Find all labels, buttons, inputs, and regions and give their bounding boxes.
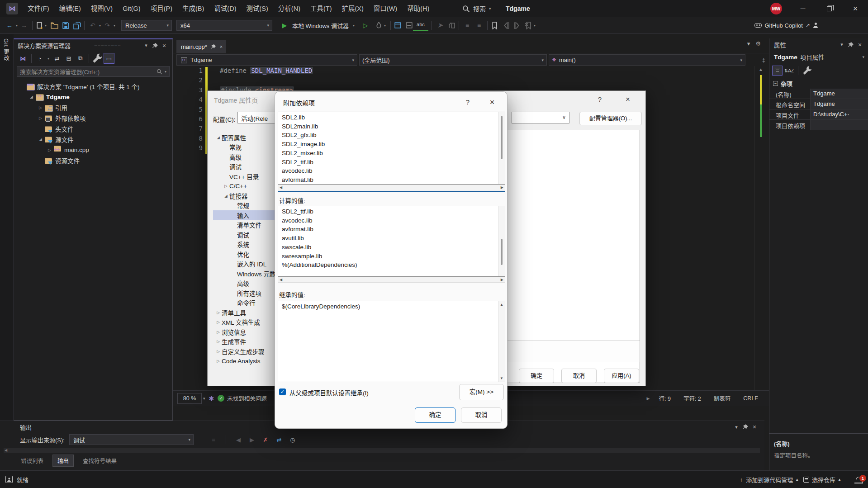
tree-expander-icon[interactable]: ▷ [37, 116, 44, 120]
dependency-line[interactable]: SDL2_mixer.lib [282, 149, 505, 158]
close-window-button[interactable] [845, 0, 865, 17]
next-bookmark-icon[interactable] [513, 22, 521, 29]
switch-views-icon[interactable]: ⋈ [18, 53, 28, 64]
inherit-from-defaults-checkbox[interactable] [279, 389, 286, 395]
pin-icon[interactable] [741, 424, 750, 430]
redo-caret[interactable] [112, 24, 117, 28]
copilot-share-icon[interactable] [806, 22, 810, 28]
properties-header[interactable]: 属性 [769, 38, 868, 51]
type-scope-combo[interactable]: (全局范围) [359, 54, 547, 66]
bottom-panel-tab[interactable]: 错误列表 [16, 455, 48, 466]
dependency-line[interactable]: SDL2_image.lib [282, 140, 505, 149]
menu-item[interactable]: 分析(N) [273, 0, 305, 17]
status-scroll-right-icon[interactable] [647, 396, 650, 401]
menu-item[interactable]: 生成(B) [177, 0, 209, 17]
document-health-icon[interactable]: ✱ [209, 395, 214, 402]
solution-tree-item[interactable]: ◢ Tdgame [14, 92, 172, 103]
close-dialog-button[interactable] [484, 95, 500, 109]
notifications-bell-icon[interactable]: 1 [856, 477, 863, 483]
diagnostics-window-icon[interactable] [405, 22, 413, 29]
tabs-indicator[interactable]: 制表符 [707, 394, 737, 403]
document-tab-main-cpp[interactable]: main.cpp* [176, 40, 226, 53]
code-line-1[interactable]: #define SDL_MAIN_HANDLED [220, 66, 313, 76]
new-project-caret[interactable] [43, 24, 48, 28]
undo-icon[interactable] [88, 20, 98, 31]
restore-button[interactable] [819, 0, 839, 17]
dependencies-edit-list[interactable]: SDL2.libSDL2main.libSDL2_gfx.libSDL2_ima… [278, 112, 505, 185]
clear-all-icon[interactable] [261, 436, 270, 443]
tree-expander-icon[interactable]: ▷ [46, 148, 53, 152]
window-position-caret-icon[interactable] [837, 42, 846, 47]
menu-item[interactable]: 帮助(H) [402, 0, 434, 17]
redo-icon[interactable] [102, 20, 112, 31]
select-tool-icon[interactable]: ➤ [435, 20, 445, 31]
dependency-line[interactable]: SDL2main.lib [282, 122, 505, 131]
selected-object-combo[interactable]: Tdgame 项目属性 [769, 51, 868, 63]
next-message-icon[interactable] [247, 436, 256, 443]
dependency-line[interactable]: SDL2_gfx.lib [282, 131, 505, 140]
bottom-panel-tab[interactable]: 查找符号结果 [78, 455, 121, 466]
source-control-caret-icon[interactable] [795, 478, 799, 482]
dependency-line[interactable]: SDL2_ttf.lib [282, 158, 505, 167]
tree-expander-icon[interactable]: ◢ [28, 95, 35, 99]
inherit-checkbox-label[interactable]: 从父级或项目默认设置继承(I) [289, 388, 369, 397]
scroll-left-icon[interactable] [5, 448, 7, 452]
minimize-button[interactable] [793, 0, 813, 17]
zoom-caret-icon[interactable] [203, 396, 205, 401]
pin-tab-icon[interactable] [211, 44, 216, 49]
solution-configuration-combo[interactable]: Release [121, 20, 172, 31]
clear-bookmarks-icon[interactable] [525, 22, 532, 29]
hot-reload-caret[interactable] [383, 24, 387, 28]
menu-item[interactable]: 项目(P) [146, 0, 177, 17]
health-message[interactable]: 未找到相关问题 [227, 394, 267, 403]
navigate-forward-icon[interactable] [19, 20, 29, 31]
apply-button[interactable]: 应用(A) [604, 369, 639, 383]
bookmark-icon[interactable] [491, 22, 498, 29]
increase-indent-icon[interactable] [474, 20, 484, 31]
close-panel-icon[interactable] [160, 42, 169, 49]
collapse-section-icon[interactable]: − [773, 81, 778, 86]
horizontal-scrollbar[interactable] [278, 185, 505, 190]
previous-message-icon[interactable] [234, 436, 243, 443]
ok-button[interactable]: 确定 [415, 407, 455, 423]
line-ending-indicator[interactable]: CRLF [737, 395, 764, 402]
menu-item[interactable]: 测试(S) [242, 0, 273, 17]
solution-explorer-header[interactable]: 解决方案资源管理器 [14, 39, 172, 52]
save-all-icon[interactable] [73, 22, 81, 29]
spell-check-icon[interactable]: abc [413, 20, 428, 31]
solution-explorer-search-input[interactable]: 搜索解决方案资源管理器(Ctrl+;) [17, 66, 170, 77]
toggle-word-wrap-icon[interactable] [275, 436, 284, 443]
solution-tree-item[interactable]: 解决方案 'Tdgame' (1 个项目, 共 1 个) [14, 81, 172, 92]
solution-tree-item[interactable]: 头文件 [14, 123, 172, 134]
property-row[interactable]: 根命名空间 Tdgame [769, 99, 868, 109]
git-changes-tab[interactable]: Git 更改 [2, 38, 10, 61]
vertical-scrollbar[interactable] [498, 206, 505, 276]
feedback-icon[interactable] [5, 476, 13, 483]
watch-window-icon[interactable] [394, 22, 402, 29]
sync-with-active-document-icon[interactable] [52, 53, 62, 64]
menu-item[interactable]: 调试(D) [209, 0, 241, 17]
search-caret-icon[interactable] [489, 6, 491, 11]
editor-settings-gear-icon[interactable] [755, 40, 761, 47]
dependency-line[interactable]: avformat.lib [282, 175, 505, 185]
show-all-files-icon[interactable]: ⧉ [75, 53, 86, 64]
copilot-account-icon[interactable] [813, 23, 818, 28]
categorized-view-icon[interactable] [772, 66, 783, 76]
scroll-up-icon[interactable] [759, 67, 763, 72]
tree-expander-icon[interactable]: ◢ [223, 194, 229, 198]
tree-expander-icon[interactable]: ◢ [215, 135, 222, 140]
navigate-back-icon[interactable] [5, 20, 14, 31]
project-scope-combo[interactable]: Tdgame [176, 54, 357, 66]
zoom-level-combo[interactable]: 80 % [177, 393, 202, 404]
dependency-line[interactable]: avcodec.lib [282, 166, 505, 175]
dependency-line[interactable]: SDL2.lib [282, 113, 505, 122]
run-caret[interactable] [351, 24, 356, 28]
open-folder-icon[interactable] [51, 22, 58, 29]
caret-line-indicator[interactable]: 行: 9 [653, 394, 677, 403]
vertical-scrollbar[interactable] [498, 301, 505, 382]
pin-icon[interactable] [846, 42, 855, 48]
save-icon[interactable] [62, 22, 70, 29]
horizontal-scrollbar[interactable] [278, 277, 505, 283]
member-scope-combo[interactable]: ❖ main() [549, 54, 745, 66]
hot-reload-icon[interactable] [375, 22, 383, 29]
